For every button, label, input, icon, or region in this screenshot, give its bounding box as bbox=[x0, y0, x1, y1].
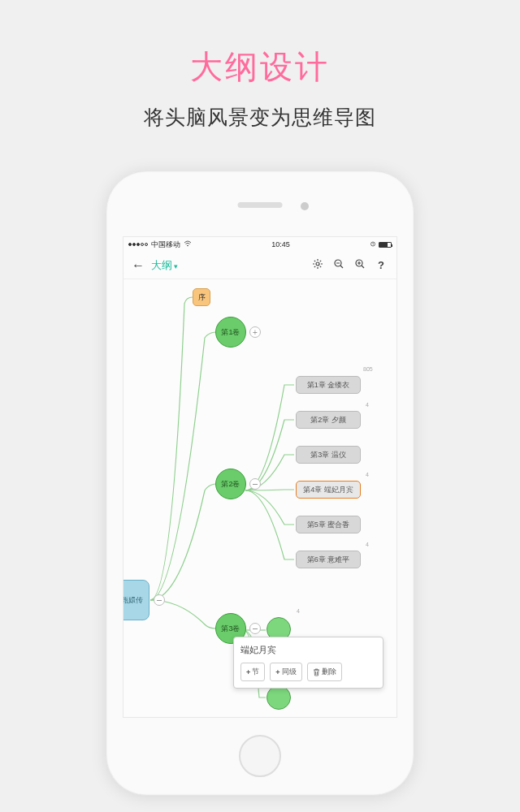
node-volume1[interactable]: 第1卷 bbox=[215, 317, 246, 348]
mindmap-canvas[interactable]: 序 第1卷 + 805 第1章 金缕衣 4 第2章 夕颜 第3章 温仪 第2卷 … bbox=[124, 279, 396, 717]
node-chapter[interactable]: 第3章 温仪 bbox=[296, 446, 361, 464]
badge: 805 bbox=[363, 366, 373, 372]
battery-icon bbox=[379, 242, 392, 248]
svg-point-2 bbox=[316, 262, 319, 266]
wifi-icon bbox=[184, 240, 192, 248]
collapse-button[interactable] bbox=[249, 623, 261, 634]
gear-icon[interactable] bbox=[310, 258, 325, 272]
badge: 4 bbox=[297, 608, 300, 614]
status-time: 10:45 bbox=[271, 240, 290, 248]
chevron-down-icon: ▾ bbox=[174, 262, 178, 270]
node-chapter[interactable]: 第2章 夕颜 bbox=[296, 411, 361, 429]
badge: 4 bbox=[366, 542, 369, 547]
badge: 4 bbox=[366, 472, 369, 477]
trash-icon bbox=[313, 668, 320, 676]
status-bar: 中国移动 10:45 bbox=[124, 237, 396, 252]
collapse-button[interactable] bbox=[249, 478, 261, 490]
expand-button[interactable]: + bbox=[249, 326, 261, 338]
badge: 4 bbox=[366, 402, 369, 408]
phone-frame: 中国移动 10:45 ← 大纲▾ bbox=[106, 171, 414, 796]
phone-speaker bbox=[238, 202, 283, 208]
zoom-out-icon[interactable] bbox=[332, 258, 346, 272]
carrier-label: 中国移动 bbox=[151, 240, 180, 250]
toolbar-title-dropdown[interactable]: 大纲▾ bbox=[151, 258, 178, 273]
collapse-button[interactable] bbox=[154, 594, 165, 606]
home-button[interactable] bbox=[239, 735, 281, 777]
app-toolbar: ← 大纲▾ ? bbox=[124, 252, 396, 279]
add-child-button[interactable]: +节 bbox=[240, 663, 265, 681]
page-subtitle: 将头脑风景变为思维导图 bbox=[0, 104, 520, 131]
toolbar-title-label: 大纲 bbox=[151, 259, 172, 271]
svg-point-0 bbox=[187, 245, 188, 247]
node-root[interactable]: 后宫甄嬛传 bbox=[123, 580, 150, 620]
help-icon[interactable]: ? bbox=[374, 259, 388, 271]
node-chapter-selected[interactable]: 第4章 端妃月宾 bbox=[296, 481, 361, 499]
alarm-icon bbox=[370, 240, 376, 248]
add-sibling-button[interactable]: +同级 bbox=[270, 663, 301, 681]
node-chapter[interactable]: 第1章 金缕衣 bbox=[296, 376, 361, 394]
page-title: 大纲设计 bbox=[0, 0, 520, 89]
signal-icon bbox=[128, 243, 148, 246]
screen: 中国移动 10:45 ← 大纲▾ bbox=[123, 236, 397, 718]
node-chapter[interactable]: 第6章 意难平 bbox=[296, 551, 361, 568]
node-volume2[interactable]: 第2卷 bbox=[215, 469, 246, 499]
edit-popup: 端妃月宾 +节 +同级 删除 bbox=[233, 637, 384, 689]
zoom-in-icon[interactable] bbox=[353, 258, 367, 272]
node-chapter[interactable]: 第5章 蜜合香 bbox=[296, 516, 361, 533]
node-preface[interactable]: 序 bbox=[193, 288, 210, 306]
popup-title: 端妃月宾 bbox=[240, 644, 376, 656]
back-button[interactable]: ← bbox=[132, 258, 145, 273]
delete-button[interactable]: 删除 bbox=[307, 663, 342, 681]
phone-camera bbox=[301, 202, 309, 210]
node-sub[interactable] bbox=[266, 685, 291, 710]
